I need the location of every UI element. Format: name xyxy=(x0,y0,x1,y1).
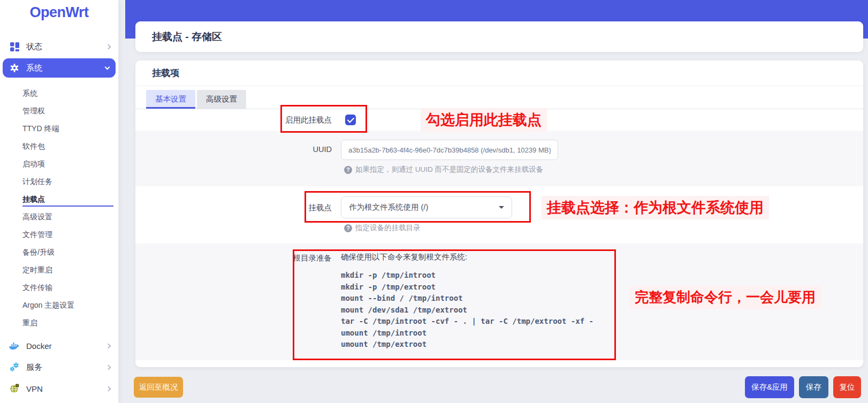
save-apply-button[interactable]: 保存&应用 xyxy=(745,376,794,398)
chevron-right-icon xyxy=(106,343,111,348)
command-line: mkdir -p /tmp/introot xyxy=(341,270,863,282)
submenu-item-backup[interactable]: 备份/升级 xyxy=(0,244,118,261)
mount-point-selected-value: 作为根文件系统使用 (/) xyxy=(349,202,428,212)
sidebar-item-label: VPN xyxy=(26,384,43,393)
sidebar-item-docker[interactable]: Docker xyxy=(0,335,118,356)
sidebar-item-label: 系统 xyxy=(26,63,42,73)
uuid-help-text: 如果指定，则通过 UUID 而不是固定的设备文件来挂载设备 xyxy=(355,165,543,174)
tab-advanced-settings[interactable]: 高级设置 xyxy=(197,90,246,109)
help-icon: ? xyxy=(344,224,352,232)
annotation-text-enable: 勾选启用此挂载点 xyxy=(421,108,547,132)
save-button[interactable]: 保存 xyxy=(799,376,828,398)
select-caret-icon xyxy=(499,206,504,209)
chevron-right-icon xyxy=(106,364,111,370)
gear-icon xyxy=(9,63,20,73)
mount-point-help-text: 指定设备的挂载目录 xyxy=(355,223,421,233)
status-grid-icon xyxy=(9,42,20,51)
annotation-text-copy-commands: 完整复制命令行，一会儿要用 xyxy=(629,286,821,309)
command-line: umount /tmp/introot xyxy=(341,328,863,339)
openwrt-logo: OpenWrt xyxy=(0,0,118,21)
submenu-item-admin[interactable]: 管理权 xyxy=(0,102,118,120)
sidebar-item-status[interactable]: 状态 xyxy=(0,36,118,57)
sidebar-item-label: 服务 xyxy=(26,362,42,372)
back-to-overview-button[interactable]: 返回至概况 xyxy=(134,377,183,398)
docker-whale-icon xyxy=(9,341,20,350)
panel-title: 挂载项 xyxy=(135,60,863,86)
submenu-item-advanced[interactable]: 高级设置 xyxy=(0,208,118,226)
sidebar-item-vpn[interactable]: VPN xyxy=(0,378,118,399)
mount-point-select[interactable]: 作为根文件系统使用 (/) xyxy=(341,196,512,218)
submenu-item-crontab[interactable]: 计划任务 xyxy=(0,173,118,191)
submenu-item-ttyd[interactable]: TTYD 终端 xyxy=(0,120,118,138)
sidebar-item-services[interactable]: 服务 xyxy=(0,356,118,378)
submenu-item-software[interactable]: 软件包 xyxy=(0,138,118,155)
uuid-input[interactable] xyxy=(341,140,558,160)
submenu-item-scheduled-reboot[interactable]: 定时重启 xyxy=(0,261,118,279)
system-submenu: 系统 管理权 TTYD 终端 软件包 启动项 计划任务 挂载点 高级设置 文件管… xyxy=(0,79,118,335)
chevron-right-icon xyxy=(106,44,111,49)
sidebar-item-label: Docker xyxy=(26,341,52,351)
submenu-item-filemanager[interactable]: 文件管理 xyxy=(0,226,118,244)
tab-basic-settings[interactable]: 基本设置 xyxy=(146,90,195,109)
uuid-row: UUID ? 如果指定，则通过 UUID 而不是固定的设备文件来挂载设备 xyxy=(135,131,863,186)
sidebar-nav: 状态 系统 系统 管理权 TTYD 终端 xyxy=(0,36,118,399)
uuid-help: ? 如果指定，则通过 UUID 而不是固定的设备文件来挂载设备 xyxy=(344,165,863,174)
enable-mount-checkbox[interactable] xyxy=(345,115,356,125)
command-line: umount /tmp/extroot xyxy=(341,339,863,351)
sidebar: OpenWrt 状态 xyxy=(0,0,119,403)
services-gears-icon xyxy=(9,362,20,372)
submenu-item-startup[interactable]: 启动项 xyxy=(0,155,118,173)
mount-point-label: 挂载点 xyxy=(135,196,332,244)
root-prep-commands: mkdir -p /tmp/introot mkdir -p /tmp/extr… xyxy=(341,270,863,351)
mount-point-help: ? 指定设备的挂载目录 xyxy=(344,223,863,233)
vpn-globe-lock-icon xyxy=(9,384,20,393)
root-prep-intro: 确保使用以下命令来复制根文件系统: xyxy=(341,252,863,262)
submenu-item-argon-config[interactable]: Argon 主题设置 xyxy=(0,296,118,314)
command-line: tar -C /tmp/introot -cvf - . | tar -C /t… xyxy=(341,316,863,328)
tab-bar: 基本设置 高级设置 xyxy=(135,86,863,109)
submenu-item-filetransfer[interactable]: 文件传输 xyxy=(0,279,118,296)
page-title: 挂载点 - 存储区 xyxy=(152,30,222,44)
root-prep-label: 根目录准备 xyxy=(135,252,332,360)
uuid-label: UUID xyxy=(135,140,332,186)
annotation-text-mount-point: 挂载点选择：作为根文件系统使用 xyxy=(542,196,769,219)
reset-button[interactable]: 复位 xyxy=(833,376,861,398)
help-icon: ? xyxy=(344,166,352,174)
page-title-card: 挂载点 - 存储区 xyxy=(135,21,863,52)
submenu-item-mounts[interactable]: 挂载点 xyxy=(0,191,118,208)
submenu-item-system[interactable]: 系统 xyxy=(0,85,118,102)
sidebar-item-label: 状态 xyxy=(26,42,42,52)
chevron-down-icon xyxy=(105,65,110,70)
enable-mount-label: 启用此挂载点 xyxy=(135,115,332,125)
sidebar-item-system[interactable]: 系统 xyxy=(3,58,116,78)
chevron-right-icon xyxy=(106,386,111,391)
submenu-item-reboot[interactable]: 重启 xyxy=(0,314,118,332)
